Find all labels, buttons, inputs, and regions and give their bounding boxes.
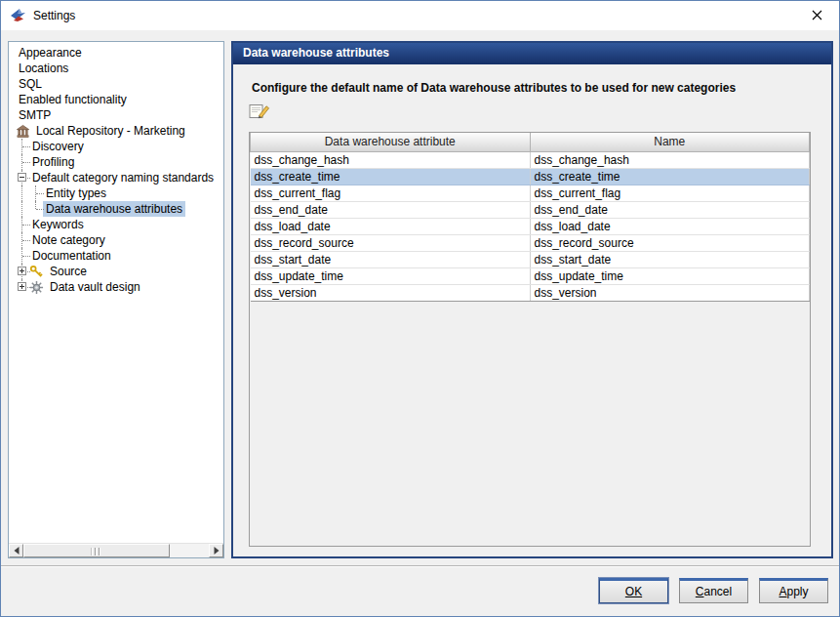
scrollbar-track[interactable]	[23, 544, 209, 557]
cell-attribute[interactable]: dss_load_date	[251, 218, 531, 234]
cell-attribute[interactable]: dss_start_date	[251, 251, 531, 267]
table-row[interactable]: dss_end_datedss_end_date	[251, 201, 810, 218]
scroll-right-icon	[214, 547, 219, 555]
table-row[interactable]: dss_create_timedss_create_time	[251, 168, 810, 185]
footer: OKCancelApply	[1, 565, 839, 616]
sidebar-item-label: SMTP	[16, 107, 54, 123]
cell-name[interactable]: dss_change_hash	[530, 151, 810, 168]
scroll-right-button[interactable]	[209, 544, 223, 557]
sidebar-item-label: Locations	[16, 61, 71, 76]
collapse-toggle-icon[interactable]	[18, 173, 26, 182]
table-body: dss_change_hashdss_change_hashdss_create…	[251, 151, 810, 301]
table-row[interactable]: dss_load_datedss_load_date	[251, 218, 810, 234]
sidebar-item-label: Data warehouse attributes	[43, 201, 185, 217]
tree-connector	[16, 185, 29, 201]
sidebar-item-label: Keywords	[29, 217, 87, 232]
sidebar-item-profiling[interactable]: Profiling	[9, 154, 223, 170]
cell-name[interactable]: dss_start_date	[530, 251, 810, 267]
tree-connector	[16, 139, 29, 154]
tree-connector	[29, 185, 43, 201]
tree-connector	[16, 217, 29, 232]
sidebar-item-smtp[interactable]: SMTP	[9, 107, 223, 123]
table-header-row: Data warehouse attributeName	[251, 133, 810, 151]
column-header-attribute[interactable]: Data warehouse attribute	[251, 133, 531, 151]
page-title: Data warehouse attributes	[233, 43, 831, 64]
sidebar-item-discovery[interactable]: Discovery	[9, 139, 223, 154]
settings-tree-panel: AppearanceLocationsSQLEnabled functional…	[8, 41, 224, 558]
table-row[interactable]: dss_current_flagdss_current_flag	[251, 185, 810, 201]
sidebar-item-keywords[interactable]: Keywords	[9, 217, 223, 232]
cell-name[interactable]: dss_current_flag	[530, 185, 810, 201]
expand-toggle-icon[interactable]	[18, 267, 26, 275]
cell-attribute[interactable]: dss_record_source	[251, 234, 531, 251]
cell-name[interactable]: dss_update_time	[530, 267, 810, 284]
cell-attribute[interactable]: dss_version	[251, 284, 531, 301]
sidebar-item-source[interactable]: Source	[9, 264, 223, 279]
cell-name[interactable]: dss_record_source	[530, 234, 810, 251]
sidebar-item-label: Entity types	[43, 185, 109, 201]
sidebar-item-sql[interactable]: SQL	[9, 76, 223, 92]
column-header-name[interactable]: Name	[530, 133, 810, 151]
cell-attribute[interactable]: dss_end_date	[251, 201, 531, 218]
sidebar-item-appearance[interactable]: Appearance	[9, 45, 223, 61]
tree-connector	[29, 201, 43, 217]
tree-horizontal-scrollbar[interactable]	[9, 543, 223, 557]
keys-icon	[29, 264, 47, 279]
expand-toggle-icon[interactable]	[18, 282, 26, 291]
cell-attribute[interactable]: dss_update_time	[251, 267, 531, 284]
sidebar-item-label: SQL	[16, 76, 45, 92]
attributes-table-scrollpane: Data warehouse attributeName dss_change_…	[249, 132, 811, 547]
cell-name[interactable]: dss_end_date	[530, 201, 810, 218]
tree-connector	[16, 232, 29, 248]
cell-attribute[interactable]: dss_current_flag	[251, 185, 531, 201]
tree-expander-cell[interactable]	[16, 279, 29, 295]
sidebar-item-label: Note category	[29, 232, 108, 248]
close-button[interactable]	[794, 1, 839, 30]
ok-button[interactable]: OK	[599, 578, 668, 603]
sidebar-item-label: Profiling	[29, 154, 77, 170]
tree-connector	[16, 201, 29, 217]
repository-icon	[16, 123, 33, 139]
sidebar-item-local-repository-marketing[interactable]: Local Repository - Marketing	[9, 123, 223, 139]
sidebar-item-documentation[interactable]: Documentation	[9, 248, 223, 264]
cell-name[interactable]: dss_version	[530, 284, 810, 301]
cell-attribute[interactable]: dss_change_hash	[251, 151, 531, 168]
table-row[interactable]: dss_record_sourcedss_record_source	[251, 234, 810, 251]
edit-icon	[249, 103, 272, 122]
scroll-left-icon	[14, 547, 19, 555]
scrollbar-grip	[92, 548, 102, 555]
tree-connector	[16, 154, 29, 170]
sidebar-item-locations[interactable]: Locations	[9, 61, 223, 76]
sidebar-item-default-category-naming-standards[interactable]: Default category naming standards	[9, 170, 223, 185]
table-row[interactable]: dss_change_hashdss_change_hash	[251, 151, 810, 168]
tree-expander-cell[interactable]	[16, 264, 29, 279]
settings-dialog: Settings AppearanceLocationsSQLEnabled f…	[0, 0, 840, 617]
sidebar-item-data-warehouse-attributes[interactable]: Data warehouse attributes	[9, 201, 223, 217]
gear-icon	[29, 279, 47, 295]
detail-panel: Data warehouse attributes Configure the …	[231, 41, 833, 558]
cell-attribute[interactable]: dss_create_time	[251, 168, 531, 185]
sidebar-item-note-category[interactable]: Note category	[9, 232, 223, 248]
tree-expander-cell[interactable]	[16, 170, 29, 185]
scroll-left-button[interactable]	[9, 544, 23, 557]
sidebar-item-enabled-functionality[interactable]: Enabled functionality	[9, 92, 223, 107]
sidebar-item-label: Data vault design	[47, 279, 143, 295]
description-text: Configure the default name of Data wareh…	[252, 81, 816, 95]
table-row[interactable]: dss_versiondss_version	[251, 284, 810, 301]
dialog-buttons: OKCancelApply	[599, 578, 828, 603]
sidebar-item-label: Discovery	[29, 139, 87, 154]
table-row[interactable]: dss_start_datedss_start_date	[251, 251, 810, 267]
title-bar: Settings	[1, 1, 839, 30]
table-row[interactable]: dss_update_timedss_update_time	[251, 267, 810, 284]
apply-button[interactable]: Apply	[759, 578, 828, 603]
window-title: Settings	[33, 9, 75, 22]
cancel-button[interactable]: Cancel	[679, 578, 748, 603]
sidebar-item-label: Source	[47, 264, 90, 279]
footer-separator	[1, 565, 839, 567]
scrollbar-thumb[interactable]	[23, 544, 170, 557]
cell-name[interactable]: dss_create_time	[530, 168, 810, 185]
edit-button[interactable]	[249, 103, 274, 122]
sidebar-item-entity-types[interactable]: Entity types	[9, 185, 223, 201]
sidebar-item-data-vault-design[interactable]: Data vault design	[9, 279, 223, 295]
cell-name[interactable]: dss_load_date	[530, 218, 810, 234]
